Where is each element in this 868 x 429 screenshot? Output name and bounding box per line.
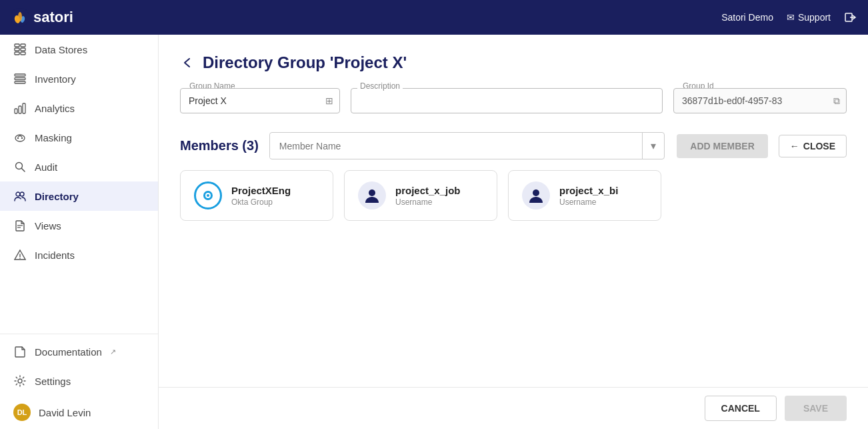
sidebar-item-data-stores[interactable]: Data Stores (0, 35, 158, 64)
bar-chart-icon (13, 101, 27, 115)
member-name: project_x_job (395, 185, 461, 196)
svg-rect-10 (21, 48, 25, 51)
svg-rect-11 (21, 52, 25, 55)
sidebar-label-documentation: Documentation (35, 346, 102, 358)
member-info: ProjectXEng Okta Group (231, 185, 291, 207)
sidebar-label-directory: Directory (35, 191, 79, 202)
page-header: Directory Group 'Project X' (180, 53, 847, 72)
add-member-button[interactable]: ADD MEMBER (677, 134, 767, 158)
envelope-icon: ✉ (787, 12, 795, 23)
grid-icon (13, 43, 27, 56)
member-card: project_x_job Username (344, 170, 497, 221)
okta-icon (200, 187, 216, 203)
sidebar-item-directory[interactable]: Directory (0, 181, 158, 211)
logo-text: satori (33, 9, 73, 26)
member-info: project_x_job Username (395, 185, 461, 207)
cancel-button[interactable]: CANCEL (705, 396, 777, 421)
sidebar-item-inventory[interactable]: Inventory (0, 64, 158, 93)
svg-rect-12 (15, 74, 25, 76)
svg-point-33 (369, 189, 375, 196)
member-name: ProjectXEng (231, 185, 291, 196)
mask-icon (13, 131, 27, 144)
sidebar-label-inventory: Inventory (35, 73, 76, 85)
sidebar-label-views: Views (35, 220, 61, 232)
svg-rect-15 (15, 109, 17, 113)
support-label: Support (798, 12, 831, 23)
logo: satori (11, 8, 721, 27)
svg-point-28 (19, 258, 21, 259)
members-title: Members (3) (180, 138, 259, 153)
member-type: Username (559, 197, 618, 207)
external-link-icon: ↗ (110, 348, 116, 356)
content-footer: CANCEL SAVE (159, 387, 868, 429)
group-name-field: Group Name ⊞ (180, 88, 340, 113)
gear-icon (13, 374, 27, 388)
member-info: project_x_bi Username (559, 185, 618, 207)
sidebar-item-user[interactable]: DL David Levin (0, 396, 158, 429)
members-cards: ProjectXEng Okta Group (180, 170, 847, 221)
group-name-input[interactable] (180, 88, 340, 113)
member-name: project_x_bi (559, 185, 618, 196)
svg-rect-7 (15, 48, 19, 51)
svg-point-29 (18, 379, 22, 383)
content-area: Directory Group 'Project X' Group Name ⊞… (159, 35, 868, 429)
save-button[interactable]: SAVE (785, 396, 847, 421)
edit-icon: ⊞ (325, 95, 333, 106)
user-avatar: DL (13, 404, 31, 421)
list-icon (13, 72, 27, 85)
sidebar-item-documentation[interactable]: Documentation ↗ (0, 337, 158, 366)
top-nav: satori Satori Demo ✉ Support (0, 0, 868, 35)
member-card: ProjectXEng Okta Group (180, 170, 333, 221)
sidebar-label-settings: Settings (35, 376, 71, 387)
description-label: Description (357, 81, 403, 91)
description-field: Description (351, 88, 663, 113)
svg-rect-17 (23, 103, 25, 113)
sidebar-label-data-stores: Data Stores (35, 44, 87, 55)
group-id-input (673, 88, 847, 113)
sidebar-label-incidents: Incidents (35, 250, 75, 261)
svg-point-24 (20, 192, 24, 196)
member-dropdown-arrow[interactable]: ▾ (642, 133, 664, 159)
sidebar-label-audit: Audit (35, 161, 57, 173)
members-section: Members (3) ▾ ADD MEMBER ← CLOSE (180, 132, 847, 221)
close-button[interactable]: ← CLOSE (779, 135, 847, 157)
sidebar-item-settings[interactable]: Settings (0, 366, 158, 396)
copy-icon[interactable]: ⧉ (833, 95, 840, 107)
svg-rect-16 (19, 106, 21, 113)
member-name-input[interactable] (270, 134, 643, 158)
close-arrow-icon: ← (790, 141, 799, 151)
sidebar-item-masking[interactable]: Masking (0, 123, 158, 152)
topnav-user: Satori Demo (721, 12, 773, 23)
close-label: CLOSE (803, 141, 835, 151)
svg-point-20 (21, 137, 23, 139)
back-button[interactable] (180, 55, 195, 70)
logout-button[interactable] (844, 11, 857, 24)
logout-icon (844, 11, 857, 24)
member-type: Username (395, 197, 461, 207)
sidebar-user-name: David Levin (39, 407, 91, 418)
support-link[interactable]: ✉ Support (787, 12, 831, 23)
member-avatar-okta (194, 181, 222, 209)
users-icon (13, 189, 27, 203)
group-id-field: Group Id ⧉ (673, 88, 847, 113)
svg-rect-14 (15, 81, 25, 83)
svg-point-19 (17, 137, 19, 139)
svg-line-22 (22, 169, 25, 172)
member-avatar-user (358, 181, 386, 209)
doc-icon (13, 345, 27, 358)
member-add-row: ▾ (269, 132, 665, 159)
svg-point-32 (207, 194, 209, 197)
svg-rect-8 (15, 52, 19, 55)
sidebar-item-audit[interactable]: Audit (0, 152, 158, 181)
member-type: Okta Group (231, 197, 291, 207)
description-input[interactable] (351, 88, 663, 113)
sidebar: Data Stores Inventory Analytics (0, 35, 159, 429)
logo-icon (11, 8, 29, 27)
sidebar-item-analytics[interactable]: Analytics (0, 93, 158, 123)
svg-rect-13 (15, 78, 25, 80)
fields-row: Group Name ⊞ Description Group Id ⧉ (180, 88, 847, 113)
alert-icon (13, 248, 27, 262)
user-icon (363, 187, 381, 204)
sidebar-item-views[interactable]: Views (0, 211, 158, 240)
sidebar-item-incidents[interactable]: Incidents (0, 240, 158, 270)
